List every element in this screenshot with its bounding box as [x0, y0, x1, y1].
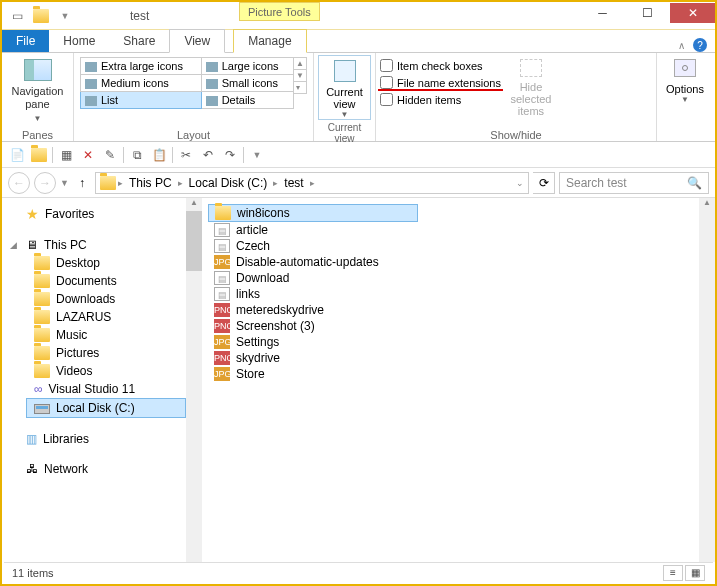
undo-icon[interactable]: ↶	[199, 146, 217, 164]
qat: ▭ ▼	[2, 7, 74, 25]
tab-manage[interactable]: Manage	[233, 29, 306, 53]
file-item[interactable]: ▤Czech	[208, 238, 418, 254]
address-dropdown[interactable]: ⌄	[516, 178, 524, 188]
file-item[interactable]: ▤Download	[208, 270, 418, 286]
new-doc-icon[interactable]: 📄	[8, 146, 26, 164]
up-button[interactable]: ↑	[73, 174, 91, 192]
current-view-button[interactable]: Current view ▼	[318, 55, 371, 120]
navigation-pane-button[interactable]: Navigation pane ▼	[6, 55, 69, 127]
view-details-button[interactable]: ≡	[663, 565, 683, 581]
qat-newfolder-icon[interactable]	[32, 7, 50, 25]
main-area: ★Favorites ◢🖥This PC Desktop Documents D…	[2, 198, 715, 562]
refresh-button[interactable]: ⟳	[533, 172, 555, 194]
maximize-button[interactable]: ☐	[625, 3, 670, 23]
new-folder-icon[interactable]	[30, 146, 48, 164]
tree-vs11[interactable]: ∞Visual Studio 11	[2, 380, 202, 398]
tab-file[interactable]: File	[2, 30, 49, 52]
options-button[interactable]: Options ▼	[661, 55, 709, 104]
tree-videos[interactable]: Videos	[2, 362, 202, 380]
minimize-button[interactable]: ─	[580, 3, 625, 23]
qat-properties-icon[interactable]: ▭	[8, 7, 26, 25]
layout-more[interactable]: ▾	[294, 82, 306, 93]
file-item[interactable]: PNGskydrive	[208, 350, 418, 366]
file-list[interactable]: win8icons▤article▤CzechJPGDisable-automa…	[202, 198, 715, 562]
crumb-thispc[interactable]: This PC	[125, 176, 176, 190]
crumb-c[interactable]: Local Disk (C:)	[185, 176, 272, 190]
crumb-test[interactable]: test	[280, 176, 307, 190]
paste-icon[interactable]: 📋	[150, 146, 168, 164]
highlight-line	[378, 89, 503, 91]
ribbon: Navigation pane ▼ Panes Extra large icon…	[2, 52, 715, 142]
vs-icon: ∞	[34, 382, 43, 396]
group-label-curview: Current view	[318, 120, 371, 144]
hide-selected-button: Hide selected items	[507, 59, 555, 117]
status-bar: 11 items ≡ ▦	[4, 562, 713, 582]
rename-icon[interactable]: ✎	[101, 146, 119, 164]
network-icon: 🖧	[26, 462, 38, 476]
tree-network[interactable]: 🖧Network	[2, 460, 202, 478]
ribbon-tabs: File Home Share View Manage ∧ ?	[2, 30, 715, 52]
nav-tree[interactable]: ★Favorites ◢🖥This PC Desktop Documents D…	[2, 198, 202, 562]
close-button[interactable]: ✕	[670, 3, 715, 23]
file-item[interactable]: JPGDisable-automatic-updates	[208, 254, 418, 270]
tree-pictures[interactable]: Pictures	[2, 344, 202, 362]
tree-downloads[interactable]: Downloads	[2, 290, 202, 308]
file-item[interactable]: PNGmeteredskydrive	[208, 302, 418, 318]
check-file-extensions[interactable]: File name extensions	[380, 76, 501, 89]
file-item[interactable]: PNGScreenshot (3)	[208, 318, 418, 334]
group-label-showhide: Show/hide	[380, 127, 652, 141]
tab-share[interactable]: Share	[109, 30, 169, 52]
tree-favorites[interactable]: ★Favorites	[2, 204, 202, 224]
window-title: test	[130, 9, 149, 23]
copy-icon[interactable]: ⧉	[128, 146, 146, 164]
disk-icon	[34, 404, 50, 414]
tree-lazarus[interactable]: LAZARUS	[2, 308, 202, 326]
context-tab-picture-tools[interactable]: Picture Tools	[239, 2, 320, 21]
address-row: ← → ▼ ↑ ▸ This PC ▸ Local Disk (C:) ▸ te…	[2, 168, 715, 198]
navigation-pane-icon	[24, 59, 52, 81]
redo-icon[interactable]: ↷	[221, 146, 239, 164]
collapse-ribbon-icon[interactable]: ∧	[678, 40, 685, 51]
file-item[interactable]: ▤article	[208, 222, 418, 238]
forward-button[interactable]: →	[34, 172, 56, 194]
more-icon[interactable]: ▼	[248, 146, 266, 164]
history-dropdown[interactable]: ▼	[60, 178, 69, 188]
address-bar[interactable]: ▸ This PC ▸ Local Disk (C:) ▸ test ▸ ⌄	[95, 172, 529, 194]
tab-view[interactable]: View	[169, 29, 225, 53]
layout-scroll-up[interactable]: ▲	[294, 58, 306, 70]
file-item[interactable]: win8icons	[208, 204, 418, 222]
location-icon	[100, 176, 116, 190]
help-icon[interactable]: ?	[693, 38, 707, 52]
layout-scroll-down[interactable]: ▼	[294, 70, 306, 82]
tree-desktop[interactable]: Desktop	[2, 254, 202, 272]
cut-icon[interactable]: ✂	[177, 146, 195, 164]
back-button[interactable]: ←	[8, 172, 30, 194]
filelist-scrollbar[interactable]: ▲	[699, 198, 715, 562]
tree-scrollbar[interactable]: ▲	[186, 198, 202, 562]
tree-documents[interactable]: Documents	[2, 272, 202, 290]
favorites-icon: ★	[26, 206, 39, 222]
check-hidden-items[interactable]: Hidden items	[380, 93, 501, 106]
check-item-checkboxes[interactable]: Item check boxes	[380, 59, 501, 72]
file-item[interactable]: JPGSettings	[208, 334, 418, 350]
tab-home[interactable]: Home	[49, 30, 109, 52]
tree-localdisk-c[interactable]: Local Disk (C:)	[26, 398, 186, 418]
tree-thispc[interactable]: ◢🖥This PC	[2, 236, 202, 254]
options-icon	[674, 59, 696, 77]
search-box[interactable]: Search test 🔍	[559, 172, 709, 194]
file-item[interactable]: ▤links	[208, 286, 418, 302]
layout-gallery[interactable]: Extra large icons Large icons Medium ico…	[80, 57, 294, 109]
qat-dropdown-icon[interactable]: ▼	[56, 7, 74, 25]
file-item[interactable]: JPGStore	[208, 366, 418, 382]
layout-list[interactable]: List	[81, 92, 202, 109]
tree-libraries[interactable]: ▥Libraries	[2, 430, 202, 448]
current-view-icon	[334, 60, 356, 82]
status-text: 11 items	[12, 567, 54, 579]
hide-selected-icon	[520, 59, 542, 77]
group-label-panes: Panes	[6, 127, 69, 141]
tree-music[interactable]: Music	[2, 326, 202, 344]
delete-icon[interactable]: ✕	[79, 146, 97, 164]
props-icon[interactable]: ▦	[57, 146, 75, 164]
group-label-layout: Layout	[78, 127, 309, 141]
view-icons-button[interactable]: ▦	[685, 565, 705, 581]
